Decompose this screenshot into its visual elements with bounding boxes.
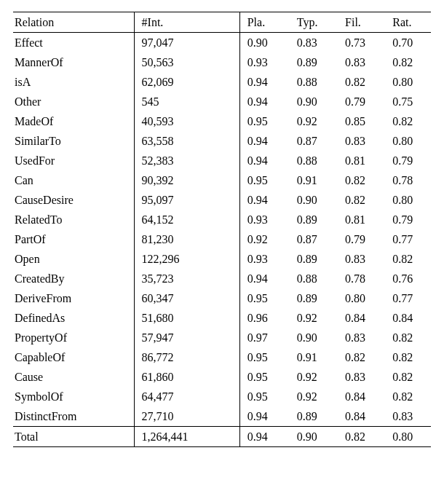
cell-typ: 0.90 [293,92,341,111]
table-row: SimilarTo63,5580.940.870.830.80 [13,131,431,151]
col-header-typ: Typ. [293,12,341,33]
cell-typ: 0.92 [293,387,341,406]
cell-fil: 0.81 [341,210,388,229]
cell-rat: 0.75 [388,92,431,111]
cell-typ: 0.89 [293,249,341,269]
total-rat: 0.80 [388,427,431,447]
cell-pla: 0.95 [239,387,293,406]
table-row: RelatedTo64,1520.930.890.810.79 [13,210,431,229]
table-row: DistinctFrom27,7100.940.890.840.83 [13,406,431,427]
cell-relation: MannerOf [13,52,134,72]
table-row: CreatedBy35,7230.940.880.780.76 [13,269,431,288]
cell-fil: 0.83 [341,52,388,72]
cell-relation: PropertyOf [13,328,134,347]
cell-rat: 0.77 [388,288,431,308]
table-body: Effect97,0470.900.830.730.70MannerOf50,5… [13,33,431,427]
cell-fil: 0.83 [341,328,388,347]
table-row: CapableOf86,7720.950.910.820.82 [13,347,431,367]
cell-typ: 0.91 [293,347,341,367]
cell-fil: 0.80 [341,288,388,308]
cell-int: 27,710 [134,406,239,427]
cell-fil: 0.82 [341,170,388,190]
total-typ: 0.90 [293,427,341,447]
cell-pla: 0.93 [239,249,293,269]
cell-rat: 0.79 [388,210,431,229]
table-row: MadeOf40,5930.950.920.850.82 [13,111,431,131]
table-row: UsedFor52,3830.940.880.810.79 [13,151,431,170]
total-pla: 0.94 [239,427,293,447]
table-total-row: Total 1,264,441 0.94 0.90 0.82 0.80 [13,427,431,447]
cell-pla: 0.94 [239,269,293,288]
cell-int: 545 [134,92,239,111]
cell-pla: 0.95 [239,111,293,131]
cell-int: 64,152 [134,210,239,229]
cell-relation: SymbolOf [13,387,134,406]
cell-pla: 0.95 [239,170,293,190]
table-row: Cause61,8600.950.920.830.82 [13,367,431,387]
cell-pla: 0.95 [239,367,293,387]
cell-int: 52,383 [134,151,239,170]
cell-typ: 0.92 [293,308,341,328]
cell-fil: 0.85 [341,111,388,131]
cell-relation: Other [13,92,134,111]
cell-rat: 0.80 [388,190,431,210]
cell-pla: 0.93 [239,210,293,229]
cell-int: 50,563 [134,52,239,72]
cell-typ: 0.89 [293,210,341,229]
table-row: PropertyOf57,9470.970.900.830.82 [13,328,431,347]
table-row: MannerOf50,5630.930.890.830.82 [13,52,431,72]
cell-pla: 0.92 [239,229,293,249]
cell-relation: Can [13,170,134,190]
cell-typ: 0.89 [293,406,341,427]
cell-int: 57,947 [134,328,239,347]
cell-fil: 0.82 [341,72,388,92]
cell-relation: Cause [13,367,134,387]
cell-typ: 0.83 [293,33,341,53]
table-row: CauseDesire95,0970.940.900.820.80 [13,190,431,210]
col-header-relation: Relation [13,12,134,33]
cell-rat: 0.70 [388,33,431,53]
cell-fil: 0.79 [341,92,388,111]
cell-pla: 0.94 [239,190,293,210]
cell-int: 63,558 [134,131,239,151]
cell-rat: 0.82 [388,367,431,387]
table-row: Can90,3920.950.910.820.78 [13,170,431,190]
cell-rat: 0.80 [388,131,431,151]
col-header-rat: Rat. [388,12,431,33]
cell-rat: 0.82 [388,347,431,367]
cell-typ: 0.87 [293,229,341,249]
cell-relation: CapableOf [13,347,134,367]
cell-typ: 0.92 [293,367,341,387]
cell-rat: 0.82 [388,249,431,269]
cell-int: 62,069 [134,72,239,92]
table-row: DeriveFrom60,3470.950.890.800.77 [13,288,431,308]
cell-relation: Open [13,249,134,269]
cell-int: 64,477 [134,387,239,406]
table-row: DefinedAs51,6800.960.920.840.84 [13,308,431,328]
cell-rat: 0.82 [388,111,431,131]
table-row: SymbolOf64,4770.950.920.840.82 [13,387,431,406]
col-header-fil: Fil. [341,12,388,33]
cell-pla: 0.94 [239,92,293,111]
cell-int: 51,680 [134,308,239,328]
cell-relation: MadeOf [13,111,134,131]
cell-fil: 0.84 [341,308,388,328]
table-row: isA62,0690.940.880.820.80 [13,72,431,92]
cell-fil: 0.73 [341,33,388,53]
table-header-row: Relation #Int. Pla. Typ. Fil. Rat. [13,12,431,33]
cell-typ: 0.88 [293,72,341,92]
cell-relation: UsedFor [13,151,134,170]
cell-rat: 0.78 [388,170,431,190]
cell-int: 61,860 [134,367,239,387]
cell-rat: 0.82 [388,387,431,406]
total-label: Total [13,427,134,447]
cell-int: 122,296 [134,249,239,269]
relations-table: Relation #Int. Pla. Typ. Fil. Rat. Effec… [13,12,431,447]
cell-relation: DefinedAs [13,308,134,328]
total-fil: 0.82 [341,427,388,447]
cell-fil: 0.83 [341,131,388,151]
cell-typ: 0.90 [293,328,341,347]
cell-pla: 0.94 [239,131,293,151]
cell-fil: 0.84 [341,406,388,427]
cell-relation: SimilarTo [13,131,134,151]
